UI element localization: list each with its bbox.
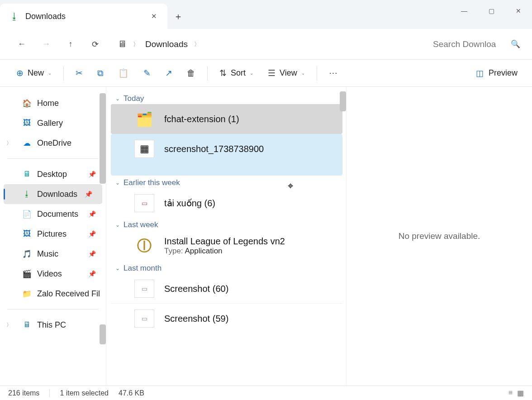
- pin-icon[interactable]: 📌: [88, 171, 96, 178]
- group-today[interactable]: ⌄ Today: [106, 91, 342, 104]
- search-input[interactable]: [433, 39, 505, 49]
- sidebar-label: Zalo Received Fil: [37, 289, 100, 299]
- view-icon: ☰: [268, 68, 276, 78]
- scissors-icon: ✂: [76, 68, 83, 78]
- file-name: Install League of Legends vn2: [164, 236, 285, 247]
- view-button[interactable]: ☰ View ⌄: [261, 64, 311, 82]
- download-icon: ⭳: [22, 189, 32, 199]
- crumb-downloads[interactable]: Downloads: [145, 39, 188, 49]
- sidebar-item-gallery[interactable]: 🖼 Gallery: [0, 113, 106, 133]
- preview-label: Preview: [489, 68, 518, 78]
- forward-button[interactable]: →: [36, 34, 56, 54]
- pin-icon[interactable]: 📌: [88, 250, 96, 257]
- share-icon: ↗: [165, 68, 172, 78]
- pin-icon[interactable]: 📌: [88, 210, 96, 218]
- scrollbar[interactable]: [340, 91, 346, 111]
- copy-button[interactable]: ⧉: [91, 64, 110, 82]
- more-button[interactable]: ⋯: [323, 64, 344, 82]
- file-row-screenshot1[interactable]: ▦ screenshot_1738738900: [111, 134, 342, 176]
- pin-icon[interactable]: 📌: [88, 270, 96, 277]
- separator: [7, 158, 99, 159]
- sidebar-label: Documents: [37, 210, 78, 219]
- up-button[interactable]: ↑: [61, 34, 81, 54]
- file-row-screenshot60[interactable]: ▭ Screenshot (60): [111, 274, 342, 304]
- close-tab-icon[interactable]: ✕: [148, 12, 159, 20]
- main-area: 🏠 Home 🖼 Gallery 〉 ☁ OneDrive 🖥 Desktop …: [0, 87, 532, 386]
- sidebar-label: Desktop: [37, 170, 67, 179]
- cut-button[interactable]: ✂: [69, 64, 89, 82]
- cloud-icon: ☁: [22, 138, 32, 148]
- image-icon: ▭: [134, 280, 154, 298]
- preview-toggle[interactable]: ◫ Preview: [476, 68, 522, 78]
- pin-icon[interactable]: 📌: [88, 230, 96, 238]
- chevron-right-icon[interactable]: 〉: [194, 40, 200, 48]
- trash-icon: 🗑: [187, 68, 195, 78]
- search-box[interactable]: 🔍: [433, 39, 520, 49]
- chevron-down-icon: ⌄: [115, 222, 120, 228]
- file-row-taixuong[interactable]: ▭ tải xuống (6): [111, 188, 342, 218]
- sidebar-label: Pictures: [37, 229, 66, 239]
- back-button[interactable]: ←: [12, 34, 32, 54]
- refresh-button[interactable]: ⟳: [85, 34, 105, 54]
- group-earlier-week[interactable]: ⌄ Earlier this week: [106, 176, 342, 188]
- separator: [63, 66, 64, 81]
- maximize-button[interactable]: ▢: [478, 0, 505, 22]
- separator: [49, 389, 50, 397]
- group-last-week[interactable]: ⌄ Last week: [106, 218, 342, 230]
- share-button[interactable]: ↗: [159, 64, 179, 82]
- sidebar-item-thispc[interactable]: 〉 🖥 This PC: [0, 315, 106, 335]
- sidebar-label: Music: [37, 249, 58, 259]
- sidebar-item-desktop[interactable]: 🖥 Desktop 📌: [0, 164, 106, 184]
- chevron-down-icon: ⌄: [115, 95, 120, 102]
- new-tab-button[interactable]: ＋: [167, 4, 189, 29]
- group-last-month[interactable]: ⌄ Last month: [106, 261, 342, 274]
- file-row-fchat[interactable]: 🗂️ fchat-extension (1): [111, 104, 342, 134]
- sidebar-label: Home: [37, 99, 59, 108]
- sidebar-item-videos[interactable]: 🎬 Videos 📌: [0, 264, 106, 284]
- toolbar: ⊕ New ⌄ ✂ ⧉ 📋 ✎ ↗ 🗑 ⇅ Sort ⌄ ☰ View ⌄ ⋯ …: [0, 60, 532, 87]
- chevron-right-icon[interactable]: 〉: [6, 139, 12, 147]
- sidebar-item-home[interactable]: 🏠 Home: [0, 93, 106, 113]
- file-name: screenshot_1738738900: [164, 144, 264, 154]
- minimize-button[interactable]: —: [451, 0, 478, 22]
- sidebar-item-music[interactable]: 🎵 Music 📌: [0, 244, 106, 264]
- sidebar-item-documents[interactable]: 📄 Documents 📌: [0, 204, 106, 224]
- sidebar-item-onedrive[interactable]: 〉 ☁ OneDrive: [0, 133, 106, 153]
- file-row-screenshot59[interactable]: ▭ Screenshot (59): [111, 304, 342, 333]
- delete-button[interactable]: 🗑: [180, 64, 202, 82]
- close-window-button[interactable]: ✕: [505, 0, 532, 22]
- details-view-icon[interactable]: ≡: [508, 389, 513, 397]
- file-row-lol[interactable]: ⓛ Install League of Legends vn2 Type: Ap…: [111, 230, 342, 261]
- tiles-view-icon[interactable]: ▦: [517, 389, 524, 397]
- sort-button[interactable]: ⇅ Sort ⌄: [213, 64, 260, 82]
- sidebar-item-downloads[interactable]: ⭳ Downloads 📌: [4, 184, 102, 204]
- breadcrumb[interactable]: 🖥 〉 Downloads 〉: [118, 39, 428, 49]
- music-icon: 🎵: [22, 249, 32, 259]
- separator: [317, 66, 317, 81]
- videos-icon: 🎬: [22, 269, 32, 279]
- monitor-icon: 🖥: [118, 39, 127, 49]
- preview-pane: No preview available.: [346, 87, 532, 386]
- home-icon: 🏠: [22, 98, 32, 108]
- new-label: New: [28, 68, 44, 78]
- separator: [7, 309, 99, 310]
- sidebar-item-pictures[interactable]: 🖼 Pictures 📌: [0, 224, 106, 244]
- group-label: Today: [124, 94, 144, 103]
- chevron-right-icon[interactable]: 〉: [133, 40, 139, 48]
- image-icon: ▭: [134, 310, 154, 328]
- paste-icon: 📋: [118, 68, 129, 78]
- chevron-right-icon[interactable]: 〉: [6, 321, 12, 329]
- file-name: tải xuống (6): [164, 198, 215, 209]
- status-selected: 1 item selected: [60, 389, 109, 397]
- download-icon: ⭳: [10, 11, 19, 22]
- pictures-icon: 🖼: [22, 229, 32, 239]
- paste-button[interactable]: 📋: [112, 64, 135, 82]
- pin-icon[interactable]: 📌: [85, 190, 92, 198]
- rename-button[interactable]: ✎: [137, 64, 157, 82]
- tab-downloads[interactable]: ⭳ Downloads ✕: [0, 4, 167, 29]
- sidebar-item-zalo[interactable]: 📁 Zalo Received Fil: [0, 284, 106, 304]
- sidebar: 🏠 Home 🖼 Gallery 〉 ☁ OneDrive 🖥 Desktop …: [0, 87, 106, 386]
- new-button[interactable]: ⊕ New ⌄: [10, 64, 58, 82]
- search-icon[interactable]: 🔍: [511, 39, 520, 49]
- chevron-down-icon: ⌄: [115, 265, 120, 271]
